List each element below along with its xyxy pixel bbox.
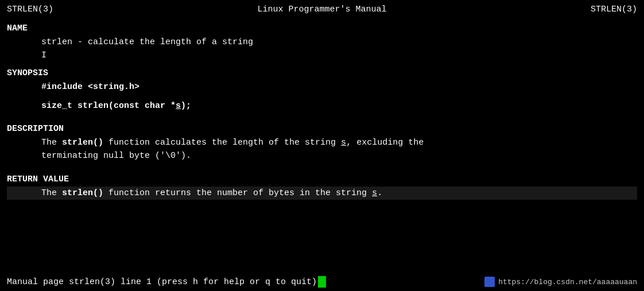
synopsis-signature: size_t strlen(const char *s); (7, 99, 637, 112)
cursor-line: I (7, 49, 637, 62)
section-synopsis-heading: SYNOPSIS (7, 68, 637, 78)
description-line1: The strlen() function calculates the len… (7, 136, 637, 149)
section-name-heading: NAME (7, 24, 637, 33)
status-text: Manual page strlen(3) line 1 (press h fo… (7, 276, 326, 288)
synopsis-include: #include <string.h> (7, 80, 637, 94)
manual-header: STRLEN(3) Linux Programmer's Manual STRL… (7, 5, 637, 14)
header-right: STRLEN(3) (591, 5, 637, 14)
status-cursor-indicator (318, 276, 326, 288)
section-name-description: strlen - calculate the length of a strin… (7, 36, 637, 49)
watermark-icon (484, 277, 495, 287)
header-left: STRLEN(3) (7, 5, 53, 14)
return-value-line: The strlen() function returns the number… (7, 187, 637, 200)
status-bar: Manual page strlen(3) line 1 (press h fo… (0, 273, 644, 291)
watermark: https://blog.csdn.net/aaaaauaan (484, 277, 637, 287)
status-message: Manual page strlen(3) line 1 (press h fo… (7, 277, 317, 287)
section-return-heading: RETURN VALUE (7, 174, 637, 184)
watermark-text: https://blog.csdn.net/aaaaauaan (498, 278, 637, 286)
description-line2: terminating null byte ('\0'). (7, 149, 637, 162)
header-center: Linux Programmer's Manual (257, 5, 386, 14)
manual-content: STRLEN(3) Linux Programmer's Manual STRL… (0, 0, 644, 273)
section-description-heading: DESCRIPTION (7, 124, 637, 134)
